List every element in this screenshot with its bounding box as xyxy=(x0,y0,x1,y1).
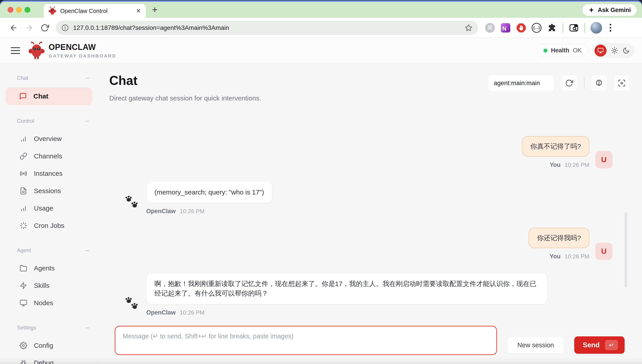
message-sender: You xyxy=(550,253,561,260)
adblock-extension-icon[interactable] xyxy=(516,23,526,33)
tab-close-icon[interactable]: ✕ xyxy=(136,8,141,14)
forward-icon[interactable] xyxy=(25,24,34,32)
sidebar-item-skills[interactable]: Skills xyxy=(0,277,98,294)
theme-system-button[interactable] xyxy=(594,44,606,56)
send-button[interactable]: Send ↵ xyxy=(574,336,624,354)
site-info-icon[interactable] xyxy=(62,24,69,32)
new-tab-button[interactable]: + xyxy=(152,4,158,15)
document-icon xyxy=(20,187,27,195)
sidebar-item-overview[interactable]: Overview xyxy=(0,130,98,148)
sidebar-item-usage[interactable]: Usage xyxy=(0,200,98,217)
user-avatar: U xyxy=(595,151,612,168)
dashboard-header: OPENCLAW GATEWAY DASHBOARD Health OK xyxy=(0,38,642,63)
browser-toolbar: 127.0.0.1:18789/chat?session=agent%3Amai… xyxy=(0,18,642,38)
reload-icon[interactable] xyxy=(41,24,49,32)
bar-chart-icon xyxy=(20,204,27,212)
message-bubble: 你还记得我吗? xyxy=(528,228,589,248)
loader-icon xyxy=(20,222,27,230)
close-window-button[interactable] xyxy=(8,7,13,13)
collapse-icon[interactable]: – xyxy=(86,74,89,81)
health-dot xyxy=(544,49,547,52)
health-label: Health xyxy=(551,47,569,54)
session-input[interactable] xyxy=(488,75,555,91)
section-label: Agent xyxy=(17,247,31,254)
health-status: OK xyxy=(573,47,581,54)
link-icon xyxy=(20,152,27,160)
sidebar-section-control: Control – xyxy=(17,118,89,124)
extensions-puzzle-icon[interactable] xyxy=(547,23,557,33)
paw-avatar-icon xyxy=(124,194,139,209)
toolbar-separator xyxy=(562,23,563,33)
message-time: 10:26 PM xyxy=(180,309,204,316)
command-extension-icon[interactable]: ⌘ xyxy=(485,23,495,33)
message-sender: OpenClaw xyxy=(146,309,176,316)
refresh-icon xyxy=(565,79,573,87)
monitor-icon xyxy=(20,299,27,307)
user-avatar: U xyxy=(595,242,612,260)
zoom-window-button[interactable] xyxy=(25,7,30,13)
sidebar-item-label: Cron Jobs xyxy=(34,222,65,230)
message-time: 10:26 PM xyxy=(180,208,204,215)
collapse-icon[interactable]: – xyxy=(86,118,89,124)
page-subtitle: Direct gateway chat session for quick in… xyxy=(109,94,261,102)
onenote-extension-icon[interactable]: N xyxy=(500,23,511,33)
scan-focus-icon xyxy=(618,79,626,87)
focus-mode-button[interactable] xyxy=(613,75,630,91)
address-bar[interactable]: 127.0.0.1:18789/chat?session=agent%3Amai… xyxy=(56,21,478,35)
broadcast-icon xyxy=(20,170,27,177)
ask-gemini-button[interactable]: Ask Gemini xyxy=(582,4,637,16)
sidebar-section-agent: Agent – xyxy=(17,247,89,254)
tab-search-icon[interactable] xyxy=(569,23,579,33)
browser-window: OpenClaw Control ✕ + Ask Gemini 127.0.0.… xyxy=(0,2,642,364)
new-session-button[interactable]: New session xyxy=(507,336,564,354)
sidebar-item-cron-jobs[interactable]: Cron Jobs xyxy=(0,217,98,234)
profile-avatar[interactable] xyxy=(590,22,602,34)
dark-theme-button[interactable] xyxy=(622,47,630,54)
memory-button[interactable] xyxy=(591,75,607,91)
browser-tab[interactable]: OpenClaw Control ✕ xyxy=(44,4,146,18)
message-bubble: (memory_search; query: "who is 17") xyxy=(146,181,272,203)
browser-tab-strip: OpenClaw Control ✕ + Ask Gemini xyxy=(0,2,642,18)
browser-menu-icon[interactable] xyxy=(610,24,611,32)
sidebar-item-sessions[interactable]: Sessions xyxy=(0,182,98,200)
url-text: 127.0.0.1:18789/chat?session=agent%3Amai… xyxy=(73,24,460,32)
sidebar-item-config[interactable]: Config xyxy=(0,337,98,354)
sidebar: Chat – Chat Control – Overview xyxy=(0,63,98,364)
monitor-icon xyxy=(597,48,604,54)
sidebar-item-instances[interactable]: Instances xyxy=(0,165,98,182)
sidebar-item-chat[interactable]: Chat xyxy=(6,88,92,105)
sidebar-item-label: Overview xyxy=(34,135,62,142)
sidebar-item-debug[interactable]: Debug xyxy=(0,354,98,364)
sidebar-item-agents[interactable]: Agents xyxy=(0,260,98,277)
brain-icon xyxy=(595,79,603,87)
enter-key-icon: ↵ xyxy=(605,340,618,350)
brand: OPENCLAW GATEWAY DASHBOARD xyxy=(29,42,116,60)
message-bubble: 啊，抱歉！我刚刚重新读取了记忆文件，现在想起来了。你是17，我的主人。我在刚启动… xyxy=(146,273,547,304)
sidebar-item-label: Skills xyxy=(34,282,50,289)
sidebar-item-label: Agents xyxy=(34,264,55,272)
tab-title: OpenClaw Control xyxy=(60,8,132,14)
sidebar-toggle-icon[interactable] xyxy=(11,47,20,54)
sidebar-item-channels[interactable]: Channels xyxy=(0,148,98,165)
collapse-icon[interactable]: – xyxy=(86,324,89,331)
minimize-window-button[interactable] xyxy=(16,7,22,13)
collapse-icon[interactable]: – xyxy=(86,247,89,254)
sidebar-item-nodes[interactable]: Nodes xyxy=(0,294,98,312)
refresh-session-button[interactable] xyxy=(561,75,577,91)
chat-bubble-icon xyxy=(19,92,27,100)
message-input[interactable] xyxy=(115,326,497,355)
openclaw-dashboard: OPENCLAW GATEWAY DASHBOARD Health OK xyxy=(0,38,642,364)
bar-chart-icon xyxy=(20,135,27,142)
bookmark-star-icon[interactable] xyxy=(465,24,472,32)
openclaw-logo xyxy=(29,42,45,60)
light-theme-button[interactable] xyxy=(611,47,618,54)
ask-gemini-label: Ask Gemini xyxy=(598,7,631,14)
brand-name: OPENCLAW xyxy=(49,42,116,52)
send-label: Send xyxy=(583,341,600,349)
message-sender: OpenClaw xyxy=(146,208,176,215)
chat-scrollbar[interactable] xyxy=(624,212,627,287)
session-controls xyxy=(488,75,630,91)
page-title: Chat xyxy=(109,73,261,88)
braces-extension-icon[interactable]: {…} xyxy=(532,23,541,33)
back-icon[interactable] xyxy=(9,24,18,32)
